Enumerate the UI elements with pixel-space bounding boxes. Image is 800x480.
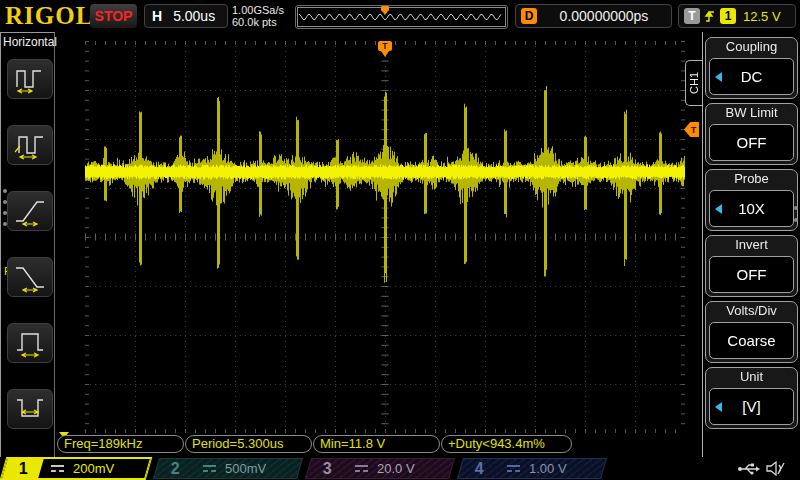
channel-menu-tab: CH1	[685, 60, 702, 106]
trigger-info-box[interactable]: T 1 12.5 V	[678, 4, 796, 28]
sidebar-page-dot	[3, 211, 7, 215]
sound-muted-icon	[765, 460, 789, 477]
menu-value-text: [V]	[742, 398, 760, 415]
horizontal-label: H	[152, 8, 162, 24]
measurement-min: Min=11.8 V	[313, 435, 440, 453]
menu-page-dot	[794, 218, 798, 222]
dc-coupling-icon	[203, 465, 216, 472]
plus-width-icon	[13, 327, 47, 359]
menu-item-value: OFF	[709, 124, 794, 161]
menu-item-unit[interactable]: Unit [V]	[705, 367, 798, 429]
rigol-logo: RIGOL	[5, 2, 93, 30]
measurement-period: Period=5.300us	[185, 435, 312, 453]
menu-item-title: BW Limit	[706, 104, 797, 122]
menu-value-text: DC	[741, 68, 763, 85]
channel1-scale: 200mV	[73, 461, 114, 476]
measurement-freq: Freq=189kHz	[57, 435, 184, 453]
menu-item-invert[interactable]: Invert OFF	[705, 235, 798, 297]
sidebar-title: Horizontal	[3, 35, 54, 49]
acquisition-info: 1.00GSa/s 60.0k pts	[232, 4, 284, 28]
waveform-display-area: T	[55, 32, 686, 457]
menu-value-text: Coarse	[727, 332, 775, 349]
freq-icon	[13, 129, 47, 161]
sample-rate: 1.00GSa/s	[232, 4, 284, 16]
menu-item-title: Unit	[706, 368, 797, 386]
left-triangle-icon	[715, 204, 722, 214]
trigger-level-marker-icon[interactable]: T	[684, 122, 699, 137]
channel-settings-menu: Coupling DC BW Limit OFF Probe 10X Inver…	[702, 32, 800, 457]
memory-depth: 60.0k pts	[232, 16, 284, 28]
menu-item-volts-div[interactable]: Volts/Div Coarse	[705, 301, 798, 363]
rise-time-icon	[13, 195, 47, 227]
delay-value: 0.00000000ps	[537, 8, 671, 24]
menu-item-probe[interactable]: Probe 10X	[705, 169, 798, 231]
trigger-position-marker-icon[interactable]: T	[378, 41, 392, 57]
usb-icon	[737, 462, 761, 476]
dc-coupling-icon	[355, 465, 368, 472]
fall-time-icon	[13, 261, 47, 293]
measurement-duty: +Duty<943.4m%	[441, 435, 572, 453]
trigger-label-badge: T	[684, 8, 700, 24]
channel3-status[interactable]: 3 20.0 V	[305, 458, 455, 479]
preview-waveform-icon	[299, 8, 504, 25]
menu-page-dot	[794, 206, 798, 210]
channel1-status[interactable]: 1 200mV	[1, 458, 151, 479]
channel2-status[interactable]: 2 500mV	[153, 458, 303, 479]
delay-label-badge: D	[521, 8, 537, 24]
softkey-neg-width[interactable]	[7, 389, 53, 429]
channel2-number: 2	[171, 460, 180, 478]
menu-item-value: OFF	[709, 256, 794, 293]
softkey-pos-width[interactable]	[7, 323, 53, 363]
softkey-period[interactable]	[7, 59, 53, 99]
left-triangle-icon	[715, 72, 722, 82]
menu-item-title: Invert	[706, 236, 797, 254]
channel4-scale: 1.00 V	[529, 461, 567, 476]
trigger-level-value: 12.5 V	[743, 9, 781, 24]
channel3-scale: 20.0 V	[377, 461, 415, 476]
menu-value-text: OFF	[737, 266, 767, 283]
softkey-freq[interactable]	[7, 125, 53, 165]
delay-box[interactable]: D 0.00000000ps	[515, 4, 672, 28]
menu-item-title: Volts/Div	[706, 302, 797, 320]
run-state-badge[interactable]: STOP	[90, 4, 137, 28]
menu-item-value: Coarse	[709, 322, 794, 359]
menu-item-title: Coupling	[706, 38, 797, 56]
ch1-waveform-trace	[85, 41, 685, 433]
dc-coupling-icon	[507, 465, 520, 472]
softkey-rise-time[interactable]	[7, 191, 53, 231]
period-icon	[13, 63, 47, 95]
left-triangle-icon	[715, 402, 722, 412]
channel1-number: 1	[19, 460, 28, 478]
menu-item-value: 10X	[709, 190, 794, 227]
channel4-status[interactable]: 4 1.00 V	[457, 458, 607, 479]
horizontal-timebase-box[interactable]: H 5.00us	[144, 4, 228, 28]
softkey-fall-time[interactable]	[7, 257, 53, 297]
menu-value-text: OFF	[737, 134, 767, 151]
channel3-number: 3	[323, 460, 332, 478]
sidebar-page-dot	[3, 189, 7, 193]
menu-value-text: 10X	[738, 200, 765, 217]
sidebar-page-dot	[3, 200, 7, 204]
menu-item-value: [V]	[709, 388, 794, 425]
channel-tab-label: CH1	[688, 72, 700, 94]
menu-item-bw-limit[interactable]: BW Limit OFF	[705, 103, 798, 165]
menu-item-value: DC	[709, 58, 794, 95]
horizontal-measure-sidebar: Horizontal Period Freq Rise Time	[0, 32, 55, 457]
menu-item-title: Probe	[706, 170, 797, 188]
sidebar-page-dot	[3, 222, 7, 226]
waveform-preview[interactable]	[295, 5, 508, 29]
rising-edge-icon	[704, 8, 716, 24]
preview-trigger-marker-icon	[381, 6, 389, 15]
dc-coupling-icon	[51, 465, 64, 472]
trigger-source-badge: 1	[720, 8, 736, 24]
minus-width-icon	[13, 393, 47, 425]
oscilloscope-screen: RIGOL STOP H 5.00us 1.00GSa/s 60.0k pts …	[0, 0, 800, 480]
menu-item-coupling[interactable]: Coupling DC	[705, 37, 798, 99]
timebase-value: 5.00us	[173, 8, 215, 24]
channel2-scale: 500mV	[225, 461, 266, 476]
channel4-number: 4	[475, 460, 484, 478]
